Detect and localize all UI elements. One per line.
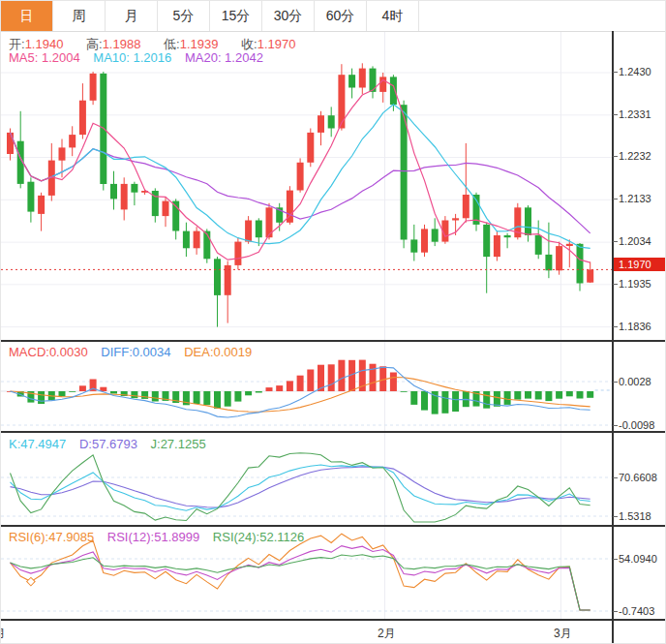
price-label-6: 1.1836 — [619, 321, 651, 333]
rsi-axis-bottom: -0.7403 — [619, 605, 654, 618]
price-label-1: 1.2331 — [619, 108, 651, 121]
x-label-feb: 2月 — [378, 626, 396, 642]
tab-week[interactable]: 周 — [53, 1, 106, 31]
tab-15min[interactable]: 15分 — [210, 1, 262, 31]
separator-rsi-dates — [1, 619, 666, 621]
x-label-jan: 月 — [0, 626, 6, 642]
price-label-3: 1.2133 — [619, 193, 651, 205]
tab-day[interactable]: 日 — [1, 1, 53, 31]
x-label-mar: 3月 — [554, 626, 572, 642]
main-candlestick-chart[interactable] — [1, 32, 612, 340]
tab-month[interactable]: 月 — [106, 1, 158, 31]
price-label-2: 1.2232 — [619, 150, 651, 163]
rsi-low-marker — [27, 577, 35, 585]
rsi-axis-top: 54.0940 — [619, 553, 657, 566]
price-label-0: 1.2430 — [619, 66, 651, 78]
macd-axis-top: 0.0028 — [619, 376, 651, 388]
rsi-panel[interactable] — [1, 527, 612, 619]
price-label-4: 1.2034 — [619, 235, 651, 248]
macd-panel[interactable] — [1, 342, 612, 432]
separator-kdj-rsi — [1, 525, 666, 527]
tab-4hour[interactable]: 4时 — [367, 1, 419, 31]
separator-macd-kdj — [1, 431, 666, 433]
kdj-panel[interactable] — [1, 433, 612, 525]
kdj-axis-bottom: 1.5318 — [619, 510, 651, 523]
tab-30min[interactable]: 30分 — [262, 1, 315, 31]
period-tabbar: 日 周 月 5分 15分 30分 60分 4时 — [1, 1, 666, 32]
separator-main-macd — [1, 340, 666, 342]
current-price-tag: 1.1970 — [614, 258, 666, 271]
tab-60min[interactable]: 60分 — [315, 1, 367, 31]
kdj-axis-top: 70.6608 — [619, 472, 657, 484]
tab-5min[interactable]: 5分 — [158, 1, 210, 31]
kline-chart-app: 日 周 月 5分 15分 30分 60分 4时 开:1.1940 高:1.198… — [0, 0, 666, 644]
macd-axis-bottom: -0.0098 — [619, 419, 654, 432]
price-label-5: 1.1935 — [619, 278, 651, 291]
axis-divider-line — [612, 31, 614, 644]
